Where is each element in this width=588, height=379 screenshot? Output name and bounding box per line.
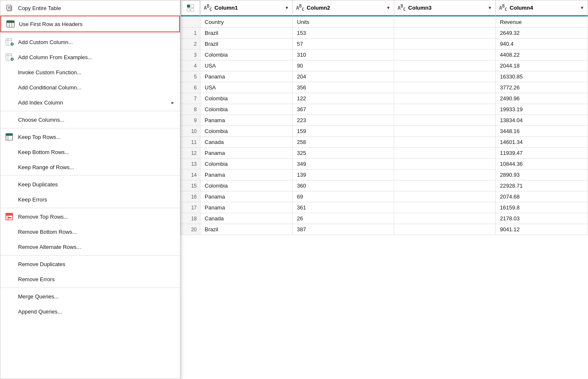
- copy-table-label: Copy Entire Table: [18, 5, 175, 11]
- row-number: [181, 17, 200, 28]
- menu-item-choose-cols[interactable]: Choose Columns...: [0, 112, 180, 127]
- remove-dupes-icon-placeholder: [5, 259, 15, 269]
- table-cell: [394, 93, 496, 104]
- menu-item-remove-dupes[interactable]: Remove Duplicates: [0, 256, 180, 272]
- row-number: 9: [181, 115, 200, 126]
- menu-item-keep-range[interactable]: Keep Range of Rows...: [0, 159, 180, 175]
- remove-top-icon: [5, 212, 15, 222]
- table-cell: Colombia: [200, 93, 293, 104]
- table-cell: 361: [293, 202, 394, 213]
- menu-item-remove-top[interactable]: Remove Top Rows...: [0, 209, 180, 224]
- table-cell: 13834.04: [496, 115, 588, 126]
- table-row: CountryUnitsRevenue: [181, 17, 588, 28]
- keep-top-label: Keep Top Rows...: [18, 134, 175, 140]
- row-number: 16: [181, 191, 200, 202]
- table-cell: Colombia: [200, 159, 293, 170]
- table-cell: 387: [293, 224, 394, 235]
- table-cell: Country: [200, 17, 293, 28]
- table-cell: USA: [200, 82, 293, 93]
- row-number: 15: [181, 180, 200, 191]
- row-number: 7: [181, 93, 200, 104]
- table-cell: [394, 202, 496, 213]
- table-cell: 2074.68: [496, 191, 588, 202]
- table-row: 3Colombia3104408.22: [181, 50, 588, 60]
- menu-divider-after-keep-errors: [0, 208, 180, 208]
- table-cell: 14601.34: [496, 137, 588, 148]
- col3-label: Column3: [408, 5, 432, 11]
- invoke-custom-icon-placeholder: [5, 67, 15, 77]
- row-number: 3: [181, 50, 200, 60]
- table-cell: 2649.32: [496, 28, 588, 39]
- table-cell: Brazil: [200, 224, 293, 235]
- add-custom-col-icon: [5, 37, 15, 47]
- table-cell: 10844.36: [496, 159, 588, 170]
- keep-range-label: Keep Range of Rows...: [18, 164, 175, 170]
- merge-queries-icon-placeholder: [5, 291, 15, 301]
- table-cell: [394, 104, 496, 115]
- table-cell: Canada: [200, 213, 293, 224]
- menu-item-add-custom-col[interactable]: Add Custom Column...: [0, 34, 180, 50]
- table-cell: 57: [293, 39, 394, 50]
- select-all-button[interactable]: [181, 0, 200, 16]
- menu-item-keep-top[interactable]: Keep Top Rows...: [0, 129, 180, 144]
- menu-item-add-conditional[interactable]: Add Conditional Column...: [0, 80, 180, 95]
- append-queries-icon-placeholder: [5, 306, 15, 316]
- table-cell: 16159.8: [496, 202, 588, 213]
- table-cell: 2178.03: [496, 213, 588, 224]
- col2-label: Column2: [307, 5, 330, 11]
- table-row: 2Brazil57940.4: [181, 39, 588, 50]
- menu-divider-after-keep-range: [0, 175, 180, 176]
- table-cell: 26: [293, 213, 394, 224]
- table-cell: 19933.19: [496, 104, 588, 115]
- table-cell: 90: [293, 60, 394, 71]
- add-custom-col-label: Add Custom Column...: [18, 39, 175, 45]
- table-cell: [394, 82, 496, 93]
- row-number: 10: [181, 126, 200, 137]
- table-row: 1Brazil1532649.32: [181, 28, 588, 39]
- menu-item-keep-dupes[interactable]: Keep Duplicates: [0, 177, 180, 192]
- col3-header: ABC Column3 ▼: [394, 0, 495, 16]
- col1-dropdown[interactable]: ▼: [285, 5, 289, 10]
- col4-dropdown[interactable]: ▼: [580, 5, 584, 10]
- table-row: 8Colombia36719933.19: [181, 104, 588, 115]
- col2-header: ABC Column2 ▼: [293, 0, 394, 16]
- table-cell: 360: [293, 180, 394, 191]
- menu-divider-after-add-index: [0, 111, 180, 111]
- svg-rect-6: [7, 21, 14, 23]
- table-cell: 367: [293, 104, 394, 115]
- table-cell: 139: [293, 170, 394, 180]
- keep-dupes-icon-placeholder: [5, 179, 15, 189]
- data-table: ABC Column1 ▼ ABC Column2 ▼: [180, 0, 588, 235]
- row-number: 5: [181, 71, 200, 82]
- table-cell: 16330.85: [496, 71, 588, 82]
- row-number: 14: [181, 170, 200, 180]
- col3-dropdown[interactable]: ▼: [488, 5, 492, 10]
- col1-header: ABC Column1 ▼: [200, 0, 292, 16]
- menu-item-copy-table[interactable]: Copy Entire Table: [0, 0, 180, 16]
- table-cell: 204: [293, 71, 394, 82]
- choose-cols-icon-placeholder: [5, 115, 15, 125]
- menu-item-add-col-examples[interactable]: Add Column From Examples...: [0, 50, 180, 65]
- menu-item-use-first-row[interactable]: Use First Row as Headers: [0, 16, 180, 32]
- add-index-arrow: ►: [171, 100, 175, 105]
- keep-top-icon: [5, 132, 15, 142]
- menu-item-keep-bottom[interactable]: Keep Bottom Rows...: [0, 144, 180, 159]
- table-cell: 258: [293, 137, 394, 148]
- svg-rect-31: [187, 5, 190, 8]
- table-cell: Units: [293, 17, 394, 28]
- menu-item-merge-queries[interactable]: Merge Queries...: [0, 289, 180, 304]
- menu-item-append-queries[interactable]: Append Queries...: [0, 304, 180, 319]
- table-cell: 2890.93: [496, 170, 588, 180]
- table-row: 20Brazil3879041.12: [181, 224, 588, 235]
- menu-item-remove-bottom[interactable]: Remove Bottom Rows...: [0, 224, 180, 239]
- menu-item-invoke-custom[interactable]: Invoke Custom Function...: [0, 65, 180, 80]
- menu-item-keep-errors[interactable]: Keep Errors: [0, 192, 180, 207]
- menu-item-add-index[interactable]: Add Index Column►: [0, 95, 180, 110]
- col2-dropdown[interactable]: ▼: [386, 5, 390, 10]
- table-cell: [394, 148, 496, 159]
- menu-item-remove-alt[interactable]: Remove Alternate Rows...: [0, 239, 180, 254]
- keep-range-icon-placeholder: [5, 162, 15, 172]
- table-cell: [394, 28, 496, 39]
- menu-item-remove-errors[interactable]: Remove Errors: [0, 272, 180, 287]
- append-queries-label: Append Queries...: [18, 308, 175, 315]
